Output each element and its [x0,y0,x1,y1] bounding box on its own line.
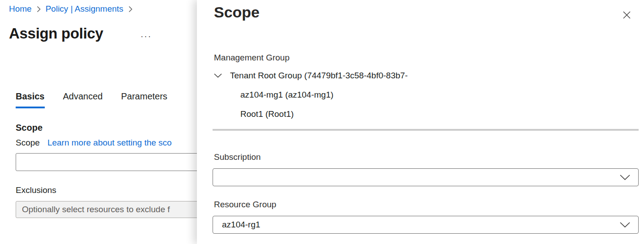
tree-item-tenant-root-group[interactable]: Tenant Root Group (74479bf1-3c58-4bf0-83… [214,69,408,81]
tree-item-root1[interactable]: Root1 (Root1) [214,108,408,120]
exclusions-input[interactable] [16,201,213,218]
breadcrumb: Home Policy | Assignments [9,4,132,14]
breadcrumb-home[interactable]: Home [9,4,32,14]
resource-group-label: Resource Group [214,200,276,210]
management-group-tree: Tenant Root Group (74479bf1-3c58-4bf0-83… [214,69,408,127]
scope-field-row: Scope Learn more about setting the sco [16,138,172,148]
chevron-right-icon [37,6,41,13]
tab-bar: Basics Advanced Parameters [16,91,167,108]
chevron-down-icon [620,175,630,180]
management-group-label: Management Group [214,53,290,63]
subscription-dropdown[interactable] [213,168,639,186]
subscription-label: Subscription [214,152,261,162]
breadcrumb-policy-assignments[interactable]: Policy | Assignments [46,4,124,14]
tree-item-label: az104-mg1 (az104-mg1) [240,90,333,100]
close-button[interactable] [619,7,634,22]
scope-section-heading: Scope [16,123,43,133]
exclusions-label: Exclusions [16,185,56,195]
tree-item-label: Root1 (Root1) [240,109,294,119]
tree-item-az104-mg1[interactable]: az104-mg1 (az104-mg1) [214,89,408,101]
panel-title: Scope [214,4,260,21]
resource-group-dropdown-value: az104-rg1 [222,220,620,230]
tab-parameters[interactable]: Parameters [121,91,167,108]
scope-panel: Scope Management Group Tenant Root Group… [197,0,644,244]
scope-learn-more-link[interactable]: Learn more about setting the sco [47,138,172,148]
tab-advanced[interactable]: Advanced [63,91,103,108]
page-title: Assign policy [9,25,103,42]
close-icon [623,11,631,19]
scope-field-label: Scope [16,138,40,148]
resource-group-dropdown[interactable]: az104-rg1 [213,216,639,234]
chevron-down-icon[interactable] [214,73,224,78]
section-divider [213,129,639,131]
scope-input[interactable] [16,153,213,171]
chevron-right-icon [128,6,132,13]
chevron-down-icon [620,222,630,228]
tab-basics[interactable]: Basics [16,91,45,108]
tree-item-label: Tenant Root Group (74479bf1-3c58-4bf0-83… [230,71,408,81]
more-options-button[interactable]: ··· [139,30,154,43]
